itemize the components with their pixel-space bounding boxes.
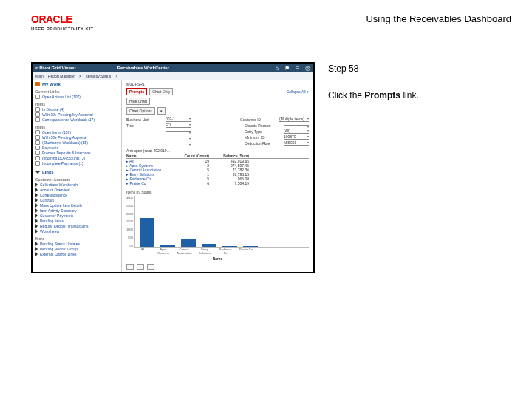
bullet-icon xyxy=(35,229,38,233)
back-button[interactable]: < Pivot Grid Viewer xyxy=(35,66,76,70)
field-input[interactable]: 002-1 xyxy=(166,117,191,122)
sidebar-item[interactable]: With 30+ Pending My Approval xyxy=(35,112,118,117)
field-input[interactable] xyxy=(166,131,191,132)
upk-text: USER PRODUCTIVITY KIT xyxy=(31,27,94,31)
field-input[interactable] xyxy=(166,143,191,143)
checkbox-icon xyxy=(35,135,40,140)
sidebar-item[interactable]: (Shortterms Workbook) (35) xyxy=(35,140,118,145)
field-input[interactable] xyxy=(284,125,309,126)
sidebar-item[interactable]: Open Items (101) xyxy=(35,130,118,134)
chevron-down-icon xyxy=(35,171,40,174)
sidebar-item[interactable]: With 30+ Pending Approval xyxy=(35,135,118,140)
instruction-text: Click the Prompts link. xyxy=(328,90,511,100)
close-icon[interactable]: × xyxy=(79,74,81,78)
collapse-all-link[interactable]: Collapse All ▾ xyxy=(286,89,309,94)
sidebar-link[interactable]: Pending Status Updates xyxy=(35,242,118,246)
sidebar-link[interactable]: Mass Update Item Details xyxy=(35,203,118,208)
hide-chart-button[interactable]: Hide Chart xyxy=(126,98,150,105)
field-input[interactable]: (Multiple items) xyxy=(279,117,309,122)
breadcrumb: ar01-PSR1 xyxy=(126,82,309,86)
field-label: Customer ID xyxy=(240,117,277,122)
chart-type-icon[interactable] xyxy=(126,264,134,270)
filter-row: Business Unit002-1Customer ID(Multiple i… xyxy=(126,117,309,122)
tab-items-by-status[interactable]: Items by Status xyxy=(86,74,111,78)
field-label: Deduction Role xyxy=(245,141,282,146)
more-dropdown[interactable]: ▾ xyxy=(157,107,166,115)
sidebar-link[interactable]: Customer Payments xyxy=(35,214,118,218)
checkbox-icon xyxy=(35,112,40,117)
tab-report-manager[interactable]: Report Manager xyxy=(48,74,75,78)
prompts-link[interactable]: Prompts xyxy=(126,88,147,95)
filter-row: Entry Type(All) xyxy=(126,129,309,134)
chart-footer-icons xyxy=(126,264,309,270)
field-label: Tree xyxy=(126,123,163,128)
sidebar-item[interactable]: Correspondence Workbook (17) xyxy=(35,117,118,122)
step-label: Step 58 xyxy=(328,64,511,74)
field-label: Entry Type xyxy=(245,129,282,134)
workcenter-title: Receivables WorkCenter xyxy=(117,66,169,70)
menu-icon[interactable]: ≡ xyxy=(296,65,299,72)
sidebar-link[interactable]: External Charge Lines xyxy=(35,252,118,256)
field-input[interactable]: MIS001 xyxy=(284,140,309,146)
chart-options-button[interactable]: Chart Options xyxy=(126,107,155,115)
field-input[interactable] xyxy=(166,137,191,137)
sidebar-link[interactable]: Pending Record Group xyxy=(35,247,118,251)
mywork-icon xyxy=(35,82,40,86)
checkbox-icon xyxy=(35,95,40,99)
field-input[interactable]: EO xyxy=(166,123,191,128)
sidebar-group: Items xyxy=(35,125,118,129)
sidebar-item[interactable]: Open Actions List (107) xyxy=(35,95,118,99)
sidebar-item[interactable]: Payments xyxy=(35,146,118,150)
bullet-icon xyxy=(35,208,38,213)
links-header[interactable]: Links xyxy=(35,170,118,174)
checkbox-icon xyxy=(35,146,40,150)
bullet-icon xyxy=(35,247,38,251)
filter-row: TreeEODispute Reason xyxy=(126,123,309,128)
chart-type-icon[interactable] xyxy=(147,264,154,270)
bullet-icon xyxy=(35,224,38,228)
bullet-icon xyxy=(35,193,38,197)
sidebar-link[interactable]: Item Activity Summary xyxy=(35,208,118,213)
sidebar-item[interactable]: In Dispute (4) xyxy=(35,107,118,112)
chart-title: Items by Status xyxy=(126,190,309,194)
app-titlebar: < Pivot Grid Viewer Receivables WorkCent… xyxy=(33,64,313,72)
sidebar-link[interactable]: Worksheets xyxy=(35,229,118,233)
bullet-icon xyxy=(35,219,38,223)
bullet-icon xyxy=(35,183,38,187)
tab-main[interactable]: Main xyxy=(35,74,44,78)
table-row[interactable]: ▸ Prairie Co67,504.19 xyxy=(126,181,309,185)
sidebar-link[interactable]: Account Overview xyxy=(35,188,118,192)
field-input[interactable]: 100870 xyxy=(284,134,309,140)
filter-row: Deduction RoleMIS001 xyxy=(126,140,309,146)
chart-bar xyxy=(181,239,196,247)
flag-icon[interactable]: ⚑ xyxy=(284,65,290,72)
sidebar-link[interactable]: Pending Items xyxy=(35,219,118,223)
bullet-icon xyxy=(35,198,38,202)
home-icon[interactable]: ⌂ xyxy=(275,65,279,72)
close-icon[interactable]: × xyxy=(115,74,117,78)
mywork-header[interactable]: My Work xyxy=(35,82,118,86)
sidebar-item[interactable]: Incoming DD Accounts (3) xyxy=(35,156,118,160)
sidebar-item[interactable]: Incomplete Payments (1) xyxy=(35,161,118,166)
chart-only-button[interactable]: Chart Only xyxy=(149,88,173,95)
table-summary: Amt open (calc) 492,019… xyxy=(126,149,309,153)
bar-chart: 300K250K200K150K100K50K0K xyxy=(126,196,309,248)
sidebar-group: Current Links xyxy=(35,89,118,94)
chart-bar xyxy=(160,245,175,247)
sidebar-group: More xyxy=(35,236,118,241)
sidebar-link[interactable]: Regular Deposit Transactions xyxy=(35,224,118,228)
checkbox-icon xyxy=(35,156,40,160)
document-title: Using the Receivables Dashboard xyxy=(366,13,511,24)
sidebar-link[interactable]: Contract xyxy=(35,198,118,202)
field-input[interactable]: (All) xyxy=(284,129,309,134)
col-name: Name xyxy=(126,154,178,158)
field-label: Minimum ID xyxy=(245,135,282,140)
gear-icon[interactable]: ◎ xyxy=(305,65,310,72)
chart-type-icon[interactable] xyxy=(137,264,144,270)
sidebar-link[interactable]: Collections Workbench xyxy=(35,183,118,187)
checkbox-icon xyxy=(35,140,40,145)
sidebar-link[interactable]: Correspondence xyxy=(35,193,118,197)
chart-bar xyxy=(140,218,154,247)
chart-bar xyxy=(202,244,216,247)
sidebar-item[interactable]: Process Deposits & Interbank xyxy=(35,151,118,155)
